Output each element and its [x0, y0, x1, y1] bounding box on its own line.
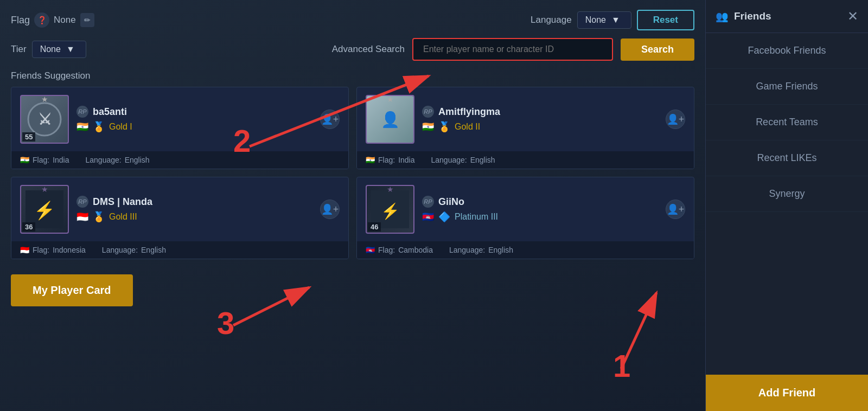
sidebar-title-group: 👥 Friends	[716, 10, 771, 23]
add-friend-btn-giino[interactable]: 👤+	[666, 200, 685, 219]
tier-value: None	[40, 44, 61, 54]
rank-icon-giino: 🔷	[438, 211, 450, 223]
player-name-row-amitflyingma: RP Amitflyingma	[422, 106, 685, 118]
search-input-wrapper	[412, 38, 613, 61]
flag-amitflyingma: 🇮🇳	[422, 121, 434, 133]
footer-lang-label-amitflyingma: Language:	[431, 156, 467, 164]
player-name-amitflyingma: Amitflyingma	[438, 106, 500, 118]
footer-lang-amitflyingma: Language: English	[431, 156, 495, 164]
sidebar-title-text: Friends	[734, 10, 771, 22]
sidebar-item-facebook-friends[interactable]: Facebook Friends	[706, 33, 868, 69]
avatar-level-ba5anti: 55	[22, 132, 35, 142]
player-info-ba5anti: RP ba5anti 🇮🇳 🏅 Gold I	[76, 106, 340, 133]
footer-flag-ba5anti: 🇮🇳 Flag: India	[20, 156, 69, 164]
player-name-ba5anti: ba5anti	[93, 106, 127, 118]
footer-lang-ba5anti: Language: English	[85, 156, 149, 164]
flag-ba5anti: 🇮🇳	[76, 121, 88, 133]
sidebar-nav: Facebook Friends Game Friends Recent Tea…	[706, 33, 868, 411]
footer-flag-nanda: 🇮🇩 Flag: Indonesia	[20, 246, 86, 254]
svg-text:⚡: ⚡	[381, 202, 400, 220]
rank-icon-nanda: 🏅	[93, 211, 105, 223]
language-dropdown[interactable]: None ▼	[577, 11, 631, 29]
player-avatar-amitflyingma: 👤 ★	[366, 95, 414, 144]
reset-button[interactable]: Reset	[637, 10, 694, 30]
footer-flag-giino: 🇰🇭 Flag: Cambodia	[366, 246, 433, 254]
my-player-card-button[interactable]: My Player Card	[11, 274, 133, 306]
add-friend-btn-nanda[interactable]: 👤+	[320, 200, 340, 219]
friend-card-amitflyingma: 👤 ★ RP Amitflyingma 🇮🇳 🏅 Gold II 👤+	[356, 87, 694, 169]
search-button[interactable]: Search	[621, 38, 694, 61]
rank-row-ba5anti: 🇮🇳 🏅 Gold I	[76, 121, 340, 133]
sidebar-item-game-friends[interactable]: Game Friends	[706, 69, 868, 105]
star-badge-giino: ★	[387, 185, 394, 194]
edit-icon[interactable]: ✏	[80, 13, 94, 27]
footer-lang-value-amitflyingma: English	[470, 156, 495, 164]
top-controls: Flag ❓ None ✏ Language None ▼ Reset	[11, 10, 694, 30]
add-friend-sidebar-button[interactable]: Add Friend	[706, 375, 868, 411]
friends-icon: 👥	[716, 10, 729, 23]
footer-flag-value-giino: Cambodia	[398, 246, 433, 254]
flag-nanda: 🇮🇩	[76, 211, 88, 223]
footer-lang-label-giino: Language:	[449, 246, 485, 254]
add-friend-btn-amitflyingma[interactable]: 👤+	[666, 110, 685, 129]
card-main-nanda: ⚡ 36 ★ RP DMS | Nanda 🇮🇩 🏅 Gold III	[11, 177, 348, 241]
star-badge-ba5anti: ★	[41, 95, 48, 104]
footer-lang-value-ba5anti: English	[125, 156, 150, 164]
language-value: None	[585, 15, 606, 25]
rank-icon-amitflyingma: 🏅	[438, 121, 450, 133]
player-name-row-nanda: RP DMS | Nanda	[76, 196, 340, 208]
flag-giino: 🇰🇭	[422, 211, 434, 223]
player-info-nanda: RP DMS | Nanda 🇮🇩 🏅 Gold III	[76, 196, 340, 223]
tier-label: Tier	[11, 44, 27, 55]
rp-icon-nanda: RP	[76, 196, 88, 208]
card-footer-ba5anti: 🇮🇳 Flag: India Language: English	[11, 151, 348, 169]
sidebar-item-recent-likes[interactable]: Recent LIKEs	[706, 140, 868, 176]
sidebar-header: 👥 Friends ✕	[706, 0, 868, 33]
flag-icon: ❓	[34, 12, 49, 28]
star-badge-nanda: ★	[41, 185, 48, 194]
card-footer-giino: 🇰🇭 Flag: Cambodia Language: English	[357, 241, 694, 259]
sidebar-item-recent-teams[interactable]: Recent Teams	[706, 105, 868, 140]
footer-lang-value-giino: English	[488, 246, 513, 254]
player-avatar-nanda: ⚡ 36 ★	[20, 185, 69, 234]
footer-flag-icon-amitflyingma: 🇮🇳	[366, 156, 375, 164]
flag-label: Flag	[11, 15, 30, 26]
footer-lang-giino: Language: English	[449, 246, 513, 254]
player-info-giino: RP GiiNo 🇰🇭 🔷 Platinum III	[422, 196, 685, 223]
rp-icon-amitflyingma: RP	[422, 106, 434, 118]
flag-section: Flag ❓ None ✏	[11, 12, 94, 28]
sidebar-close-button[interactable]: ✕	[847, 9, 858, 24]
flag-value: None	[54, 15, 76, 25]
svg-text:⚔: ⚔	[38, 111, 52, 128]
language-section: Language None ▼ Reset	[531, 10, 694, 30]
card-main-ba5anti: ⚔ 55 ★ RP ba5anti 🇮🇳 🏅 Gold I	[11, 87, 348, 151]
dropdown-arrow-icon: ▼	[611, 15, 620, 25]
rank-text-giino: Platinum III	[455, 212, 498, 222]
friend-card-nanda: ⚡ 36 ★ RP DMS | Nanda 🇮🇩 🏅 Gold III	[11, 177, 349, 259]
star-badge-amitflyingma: ★	[387, 95, 394, 104]
footer-lang-nanda: Language: English	[102, 246, 166, 254]
player-name-row-ba5anti: RP ba5anti	[76, 106, 340, 118]
advanced-search-label: Advanced Search	[332, 44, 405, 55]
tier-dropdown-arrow-icon: ▼	[66, 44, 75, 54]
footer-flag-label-amitflyingma: Flag:	[378, 156, 395, 164]
search-input[interactable]	[412, 38, 613, 61]
footer-flag-icon-giino: 🇰🇭	[366, 246, 375, 254]
rank-icon-ba5anti: 🏅	[93, 121, 105, 133]
rank-row-giino: 🇰🇭 🔷 Platinum III	[422, 211, 685, 223]
search-row: Tier None ▼ Advanced Search Search	[11, 38, 694, 61]
language-label: Language	[531, 15, 572, 25]
footer-flag-icon-nanda: 🇮🇩	[20, 246, 29, 254]
sidebar-item-synergy[interactable]: Synergy	[706, 176, 868, 212]
footer-flag-label-nanda: Flag:	[33, 246, 49, 254]
footer-flag-value-amitflyingma: India	[398, 156, 414, 164]
rank-text-nanda: Gold III	[109, 212, 137, 222]
player-name-nanda: DMS | Nanda	[93, 196, 152, 208]
friend-card-giino: ⚡ 46 ★ RP GiiNo 🇰🇭 🔷 Platinum III	[356, 177, 694, 259]
rank-text-ba5anti: Gold I	[109, 122, 132, 132]
friends-cards-grid: ⚔ 55 ★ RP ba5anti 🇮🇳 🏅 Gold I	[11, 87, 694, 259]
add-friend-btn-ba5anti[interactable]: 👤+	[320, 110, 340, 129]
sidebar: 👥 Friends ✕ Facebook Friends Game Friend…	[705, 0, 868, 411]
footer-flag-value-ba5anti: India	[53, 156, 69, 164]
tier-dropdown[interactable]: None ▼	[32, 41, 86, 58]
